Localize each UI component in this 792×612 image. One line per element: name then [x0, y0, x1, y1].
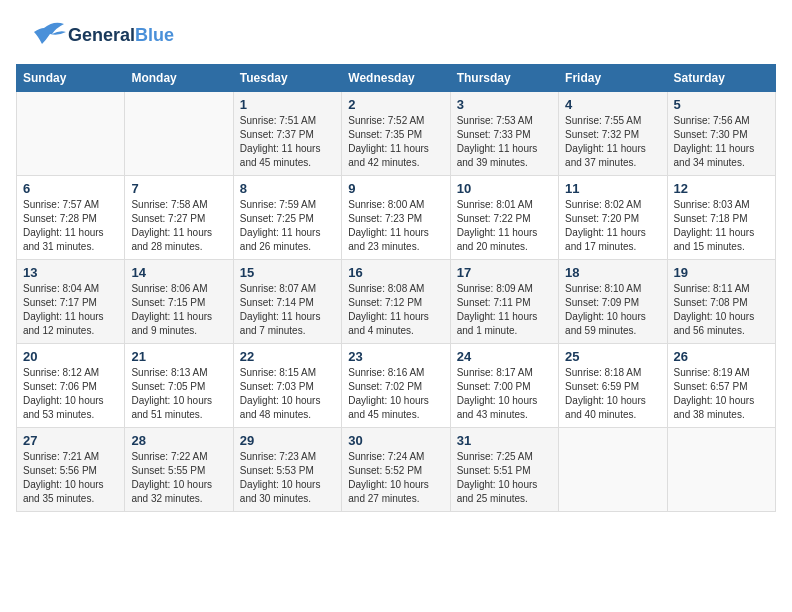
calendar-cell: 26Sunrise: 8:19 AM Sunset: 6:57 PM Dayli… — [667, 344, 775, 428]
day-number: 3 — [457, 97, 552, 112]
day-number: 21 — [131, 349, 226, 364]
calendar-cell — [667, 428, 775, 512]
weekday-header-tuesday: Tuesday — [233, 65, 341, 92]
day-info: Sunrise: 7:24 AM Sunset: 5:52 PM Dayligh… — [348, 450, 443, 506]
day-number: 10 — [457, 181, 552, 196]
weekday-header-sunday: Sunday — [17, 65, 125, 92]
day-number: 27 — [23, 433, 118, 448]
day-info: Sunrise: 8:16 AM Sunset: 7:02 PM Dayligh… — [348, 366, 443, 422]
day-number: 5 — [674, 97, 769, 112]
day-info: Sunrise: 7:52 AM Sunset: 7:35 PM Dayligh… — [348, 114, 443, 170]
day-info: Sunrise: 8:13 AM Sunset: 7:05 PM Dayligh… — [131, 366, 226, 422]
calendar-cell: 19Sunrise: 8:11 AM Sunset: 7:08 PM Dayli… — [667, 260, 775, 344]
calendar-cell: 13Sunrise: 8:04 AM Sunset: 7:17 PM Dayli… — [17, 260, 125, 344]
day-number: 30 — [348, 433, 443, 448]
day-info: Sunrise: 7:55 AM Sunset: 7:32 PM Dayligh… — [565, 114, 660, 170]
weekday-header-wednesday: Wednesday — [342, 65, 450, 92]
calendar-cell: 22Sunrise: 8:15 AM Sunset: 7:03 PM Dayli… — [233, 344, 341, 428]
day-info: Sunrise: 8:18 AM Sunset: 6:59 PM Dayligh… — [565, 366, 660, 422]
day-info: Sunrise: 8:02 AM Sunset: 7:20 PM Dayligh… — [565, 198, 660, 254]
weekday-header-thursday: Thursday — [450, 65, 558, 92]
day-number: 2 — [348, 97, 443, 112]
calendar-cell — [559, 428, 667, 512]
calendar-cell: 21Sunrise: 8:13 AM Sunset: 7:05 PM Dayli… — [125, 344, 233, 428]
calendar-week-row: 20Sunrise: 8:12 AM Sunset: 7:06 PM Dayli… — [17, 344, 776, 428]
day-number: 19 — [674, 265, 769, 280]
weekday-header-saturday: Saturday — [667, 65, 775, 92]
day-number: 13 — [23, 265, 118, 280]
calendar-cell: 8Sunrise: 7:59 AM Sunset: 7:25 PM Daylig… — [233, 176, 341, 260]
calendar-week-row: 6Sunrise: 7:57 AM Sunset: 7:28 PM Daylig… — [17, 176, 776, 260]
calendar-week-row: 1Sunrise: 7:51 AM Sunset: 7:37 PM Daylig… — [17, 92, 776, 176]
day-info: Sunrise: 7:21 AM Sunset: 5:56 PM Dayligh… — [23, 450, 118, 506]
calendar-cell: 10Sunrise: 8:01 AM Sunset: 7:22 PM Dayli… — [450, 176, 558, 260]
calendar-cell: 5Sunrise: 7:56 AM Sunset: 7:30 PM Daylig… — [667, 92, 775, 176]
calendar-cell: 27Sunrise: 7:21 AM Sunset: 5:56 PM Dayli… — [17, 428, 125, 512]
day-info: Sunrise: 8:19 AM Sunset: 6:57 PM Dayligh… — [674, 366, 769, 422]
day-info: Sunrise: 7:53 AM Sunset: 7:33 PM Dayligh… — [457, 114, 552, 170]
day-number: 28 — [131, 433, 226, 448]
calendar-cell: 18Sunrise: 8:10 AM Sunset: 7:09 PM Dayli… — [559, 260, 667, 344]
day-info: Sunrise: 8:17 AM Sunset: 7:00 PM Dayligh… — [457, 366, 552, 422]
calendar-cell: 28Sunrise: 7:22 AM Sunset: 5:55 PM Dayli… — [125, 428, 233, 512]
day-number: 9 — [348, 181, 443, 196]
day-number: 6 — [23, 181, 118, 196]
calendar-cell: 2Sunrise: 7:52 AM Sunset: 7:35 PM Daylig… — [342, 92, 450, 176]
weekday-header-monday: Monday — [125, 65, 233, 92]
day-info: Sunrise: 8:15 AM Sunset: 7:03 PM Dayligh… — [240, 366, 335, 422]
calendar-cell: 12Sunrise: 8:03 AM Sunset: 7:18 PM Dayli… — [667, 176, 775, 260]
day-info: Sunrise: 7:57 AM Sunset: 7:28 PM Dayligh… — [23, 198, 118, 254]
calendar-cell: 17Sunrise: 8:09 AM Sunset: 7:11 PM Dayli… — [450, 260, 558, 344]
calendar-cell: 4Sunrise: 7:55 AM Sunset: 7:32 PM Daylig… — [559, 92, 667, 176]
day-number: 31 — [457, 433, 552, 448]
calendar-cell: 3Sunrise: 7:53 AM Sunset: 7:33 PM Daylig… — [450, 92, 558, 176]
day-info: Sunrise: 8:08 AM Sunset: 7:12 PM Dayligh… — [348, 282, 443, 338]
calendar-cell: 14Sunrise: 8:06 AM Sunset: 7:15 PM Dayli… — [125, 260, 233, 344]
calendar-week-row: 27Sunrise: 7:21 AM Sunset: 5:56 PM Dayli… — [17, 428, 776, 512]
day-number: 15 — [240, 265, 335, 280]
day-number: 22 — [240, 349, 335, 364]
calendar-cell: 31Sunrise: 7:25 AM Sunset: 5:51 PM Dayli… — [450, 428, 558, 512]
day-info: Sunrise: 7:51 AM Sunset: 7:37 PM Dayligh… — [240, 114, 335, 170]
day-info: Sunrise: 8:10 AM Sunset: 7:09 PM Dayligh… — [565, 282, 660, 338]
day-number: 1 — [240, 97, 335, 112]
calendar-cell: 25Sunrise: 8:18 AM Sunset: 6:59 PM Dayli… — [559, 344, 667, 428]
day-number: 16 — [348, 265, 443, 280]
day-info: Sunrise: 8:00 AM Sunset: 7:23 PM Dayligh… — [348, 198, 443, 254]
calendar-cell: 30Sunrise: 7:24 AM Sunset: 5:52 PM Dayli… — [342, 428, 450, 512]
calendar-cell — [17, 92, 125, 176]
day-info: Sunrise: 8:04 AM Sunset: 7:17 PM Dayligh… — [23, 282, 118, 338]
day-info: Sunrise: 7:58 AM Sunset: 7:27 PM Dayligh… — [131, 198, 226, 254]
day-info: Sunrise: 8:11 AM Sunset: 7:08 PM Dayligh… — [674, 282, 769, 338]
day-info: Sunrise: 7:56 AM Sunset: 7:30 PM Dayligh… — [674, 114, 769, 170]
calendar-cell: 23Sunrise: 8:16 AM Sunset: 7:02 PM Dayli… — [342, 344, 450, 428]
weekday-header-friday: Friday — [559, 65, 667, 92]
calendar-cell: 29Sunrise: 7:23 AM Sunset: 5:53 PM Dayli… — [233, 428, 341, 512]
day-info: Sunrise: 7:59 AM Sunset: 7:25 PM Dayligh… — [240, 198, 335, 254]
day-info: Sunrise: 8:03 AM Sunset: 7:18 PM Dayligh… — [674, 198, 769, 254]
day-info: Sunrise: 8:07 AM Sunset: 7:14 PM Dayligh… — [240, 282, 335, 338]
day-info: Sunrise: 8:06 AM Sunset: 7:15 PM Dayligh… — [131, 282, 226, 338]
logo: GeneralBlue — [16, 16, 174, 56]
calendar-cell: 11Sunrise: 8:02 AM Sunset: 7:20 PM Dayli… — [559, 176, 667, 260]
day-number: 11 — [565, 181, 660, 196]
calendar-cell: 7Sunrise: 7:58 AM Sunset: 7:27 PM Daylig… — [125, 176, 233, 260]
calendar-cell: 20Sunrise: 8:12 AM Sunset: 7:06 PM Dayli… — [17, 344, 125, 428]
calendar-cell: 9Sunrise: 8:00 AM Sunset: 7:23 PM Daylig… — [342, 176, 450, 260]
day-info: Sunrise: 7:23 AM Sunset: 5:53 PM Dayligh… — [240, 450, 335, 506]
calendar-cell: 6Sunrise: 7:57 AM Sunset: 7:28 PM Daylig… — [17, 176, 125, 260]
calendar-cell: 1Sunrise: 7:51 AM Sunset: 7:37 PM Daylig… — [233, 92, 341, 176]
day-number: 8 — [240, 181, 335, 196]
day-number: 23 — [348, 349, 443, 364]
day-number: 26 — [674, 349, 769, 364]
page-header: GeneralBlue — [16, 16, 776, 56]
day-number: 7 — [131, 181, 226, 196]
day-info: Sunrise: 8:01 AM Sunset: 7:22 PM Dayligh… — [457, 198, 552, 254]
day-number: 12 — [674, 181, 769, 196]
day-info: Sunrise: 8:12 AM Sunset: 7:06 PM Dayligh… — [23, 366, 118, 422]
day-number: 24 — [457, 349, 552, 364]
calendar-table: SundayMondayTuesdayWednesdayThursdayFrid… — [16, 64, 776, 512]
day-info: Sunrise: 7:25 AM Sunset: 5:51 PM Dayligh… — [457, 450, 552, 506]
day-number: 17 — [457, 265, 552, 280]
day-info: Sunrise: 8:09 AM Sunset: 7:11 PM Dayligh… — [457, 282, 552, 338]
